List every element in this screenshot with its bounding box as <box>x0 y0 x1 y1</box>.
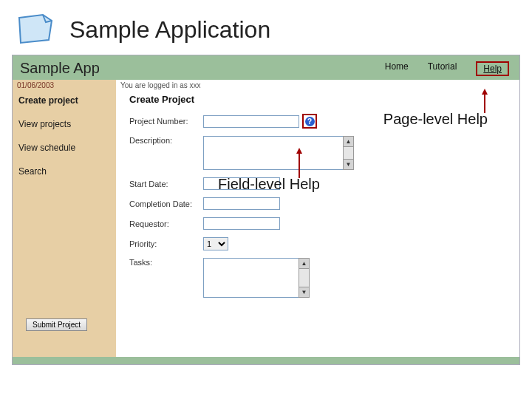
help-icon[interactable]: ? <box>302 114 317 129</box>
slide-header: Sample Application <box>0 0 532 55</box>
nav-home[interactable]: Home <box>385 61 409 76</box>
tasks-scrollbar: ▲ ▼ <box>299 258 310 298</box>
scroll-up-icon[interactable]: ▲ <box>299 259 309 269</box>
sidebar-item-view-projects[interactable]: View projects <box>18 119 110 129</box>
row-project-number: Project Number: ? <box>129 114 512 129</box>
nav-tutorial[interactable]: Tutorial <box>428 61 457 76</box>
scroll-track[interactable] <box>299 269 309 287</box>
row-tasks: Tasks: ▲ ▼ <box>129 258 512 298</box>
label-priority: Priority: <box>129 239 203 248</box>
label-completion-date: Completion Date: <box>129 200 203 208</box>
sidebar-item-view-schedule[interactable]: View schedule <box>18 143 110 153</box>
input-tasks[interactable] <box>203 258 299 298</box>
label-description: Description: <box>129 136 203 145</box>
app-header: Sample App Home Tutorial Help <box>13 55 519 80</box>
nav-help[interactable]: Help <box>476 61 509 76</box>
scroll-down-icon[interactable]: ▼ <box>299 287 309 297</box>
label-project-number: Project Number: <box>129 117 203 126</box>
row-description: Description: ▲ ▼ <box>129 136 512 170</box>
sidebar-item-create-project[interactable]: Create project <box>18 95 110 106</box>
scroll-up-icon[interactable]: ▲ <box>344 137 353 147</box>
label-start-date: Start Date: <box>129 180 203 188</box>
input-requestor[interactable] <box>203 217 280 230</box>
input-description[interactable] <box>203 136 344 170</box>
nav-links: Home Tutorial Help <box>385 61 509 76</box>
input-completion-date[interactable] <box>203 197 280 210</box>
page-heading: Create Project <box>129 94 512 105</box>
scroll-down-icon[interactable]: ▼ <box>344 159 353 169</box>
row-priority: Priority: 1 <box>129 237 512 250</box>
document-icon <box>13 13 58 46</box>
app-frame: Sample App Home Tutorial Help 01/06/2003… <box>12 55 520 365</box>
main-panel: Create Project Project Number: ? Descrip… <box>116 91 519 357</box>
input-priority[interactable]: 1 <box>203 237 228 250</box>
label-requestor: Requestor: <box>129 219 203 228</box>
submit-button[interactable]: Submit Project <box>26 318 87 331</box>
scrollbar: ▲ ▼ <box>343 136 354 170</box>
app-name: Sample App <box>20 60 100 77</box>
status-date: 01/06/2003 <box>13 80 116 91</box>
scroll-track[interactable] <box>344 147 353 159</box>
status-login: You are logged in as xxx <box>116 80 519 91</box>
row-requestor: Requestor: <box>129 217 512 230</box>
slide-title: Sample Application <box>69 16 270 44</box>
row-start-date: Start Date: <box>129 177 512 190</box>
row-completion-date: Completion Date: <box>129 197 512 210</box>
submit-row: Submit Project <box>18 317 512 331</box>
sidebar-item-search[interactable]: Search <box>18 166 110 177</box>
status-bar: 01/06/2003 You are logged in as xxx <box>13 80 519 91</box>
label-tasks: Tasks: <box>129 258 203 267</box>
input-start-date[interactable] <box>203 177 280 190</box>
input-project-number[interactable] <box>203 115 299 128</box>
question-mark-icon: ? <box>305 117 315 126</box>
